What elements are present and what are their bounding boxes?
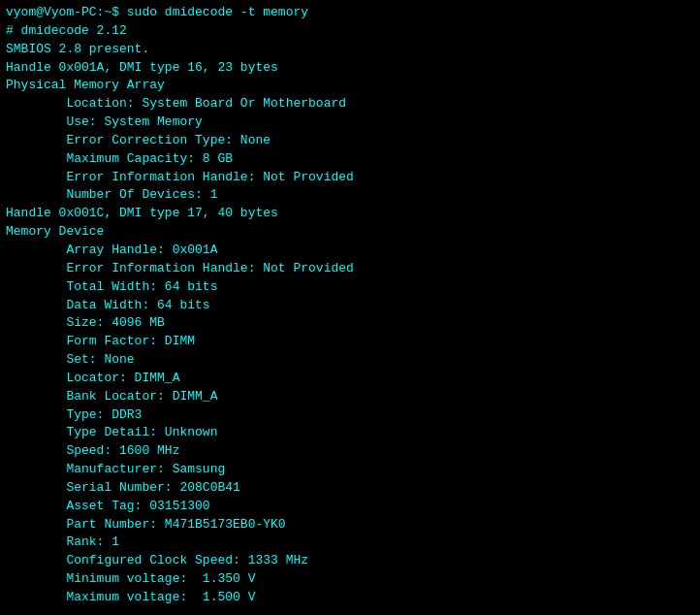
terminal-line: Rank: 1: [6, 534, 694, 552]
terminal-line: Use: System Memory: [6, 113, 694, 132]
terminal-line: Maximum Capacity: 8 GB: [6, 150, 694, 169]
terminal-line: Speed: 1600 MHz: [6, 442, 694, 461]
terminal-line: Location: System Board Or Motherboard: [6, 95, 694, 113]
terminal-line: Minimum voltage: 1.350 V: [6, 570, 694, 589]
terminal-line: Asset Tag: 03151300: [6, 498, 694, 516]
terminal-line: Data Width: 64 bits: [6, 297, 694, 315]
terminal-line: Error Correction Type: None: [6, 132, 694, 150]
terminal-line: Memory Device: [6, 223, 694, 242]
terminal-line: Configured Clock Speed: 1333 MHz: [6, 552, 694, 570]
terminal-line: Set: None: [6, 351, 694, 370]
terminal-line: Array Handle: 0x001A: [6, 242, 694, 260]
output-area: # dmidecode 2.12SMBIOS 2.8 present.Handl…: [6, 22, 694, 607]
terminal-line: Serial Number: 208C0B41: [6, 479, 694, 498]
prompt-line: vyom@Vyom-PC:~$ sudo dmidecode -t memory: [6, 4, 694, 22]
terminal-line: SMBIOS 2.8 present.: [6, 41, 694, 59]
terminal-window: vyom@Vyom-PC:~$ sudo dmidecode -t memory…: [6, 4, 694, 607]
terminal-line: Total Width: 64 bits: [6, 278, 694, 297]
terminal-line: Type: DDR3: [6, 406, 694, 425]
terminal-line: Error Information Handle: Not Provided: [6, 260, 694, 278]
terminal-line: Bank Locator: DIMM_A: [6, 388, 694, 406]
terminal-line: Number Of Devices: 1: [6, 186, 694, 205]
terminal-line: Locator: DIMM_A: [6, 370, 694, 388]
terminal-line: Maximum voltage: 1.500 V: [6, 589, 694, 607]
terminal-line: # dmidecode 2.12: [6, 22, 694, 41]
terminal-line: Error Information Handle: Not Provided: [6, 169, 694, 187]
terminal-line: Physical Memory Array: [6, 77, 694, 95]
terminal-line: Type Detail: Unknown: [6, 424, 694, 442]
terminal-line: Handle 0x001C, DMI type 17, 40 bytes: [6, 205, 694, 223]
terminal-line: Size: 4096 MB: [6, 314, 694, 333]
terminal-line: Part Number: M471B5173EB0-YK0: [6, 516, 694, 534]
terminal-line: Form Factor: DIMM: [6, 333, 694, 351]
terminal-line: Manufacturer: Samsung: [6, 461, 694, 479]
terminal-line: Handle 0x001A, DMI type 16, 23 bytes: [6, 59, 694, 78]
